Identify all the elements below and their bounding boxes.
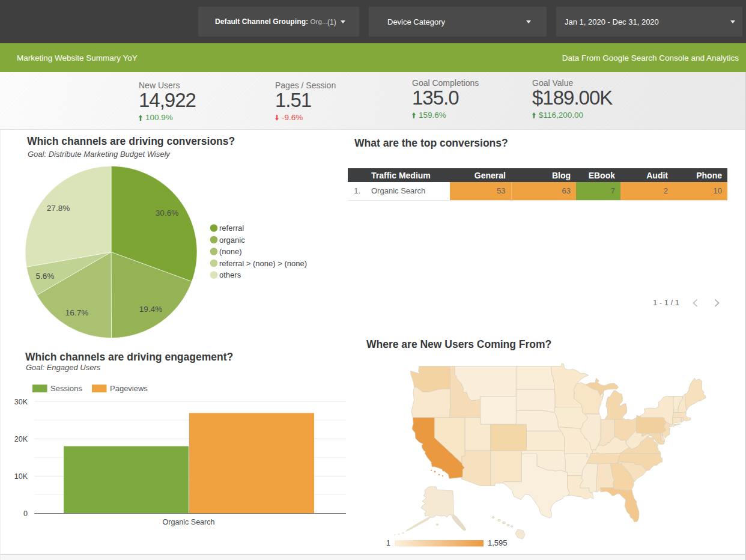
svg-text:1: 1 xyxy=(386,538,390,547)
svg-text:1,595: 1,595 xyxy=(488,538,508,547)
